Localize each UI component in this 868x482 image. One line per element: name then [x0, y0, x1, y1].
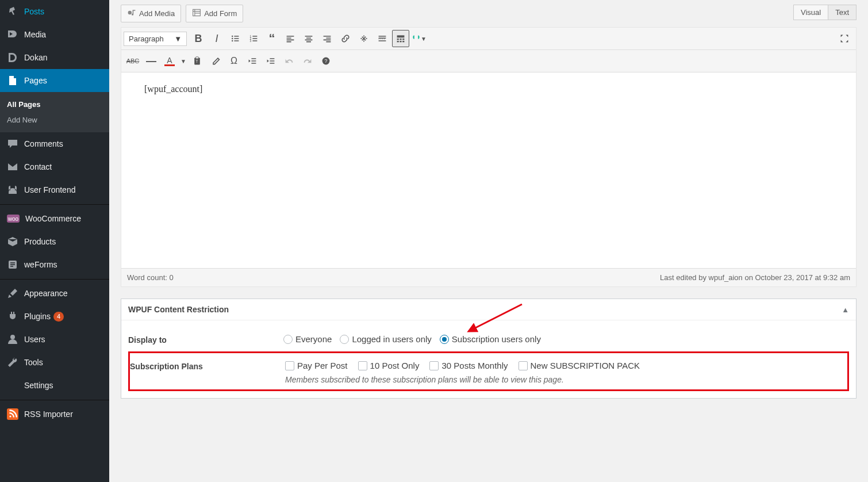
display-to-label: Display to — [128, 334, 283, 345]
radio-label: Everyone — [295, 334, 332, 344]
plugin-icon — [7, 311, 18, 322]
format-dropdown[interactable]: Paragraph ▼ — [124, 32, 187, 46]
last-edited: Last edited by wpuf_aion on October 23, … — [660, 273, 850, 282]
redo-button[interactable] — [299, 52, 316, 70]
wpuf-content-restriction-metabox: WPUF Content Restriction ▲ Display to Ev… — [121, 299, 857, 399]
sidebar-item-rss-importer[interactable]: RSS Importer — [0, 403, 109, 426]
link-button[interactable] — [337, 30, 354, 47]
sidebar-item-contact[interactable]: Contact — [0, 155, 109, 178]
submenu-all-pages[interactable]: All Pages — [0, 97, 109, 112]
editor-textarea[interactable]: [wpuf_account] — [121, 72, 856, 268]
product-icon — [7, 236, 18, 247]
unlink-button[interactable] — [355, 30, 372, 47]
svg-rect-19 — [196, 57, 199, 59]
read-more-button[interactable] — [374, 30, 391, 47]
numbered-list-button[interactable]: 123 — [245, 30, 262, 47]
editor-toolbar-row1: Paragraph ▼ B I 123 “ ▼ — [121, 28, 856, 50]
sidebar-item-woocommerce[interactable]: woo WooCommerce — [0, 207, 109, 230]
checkbox-30-posts-monthly[interactable]: 30 Posts Monthly — [429, 361, 508, 370]
tab-text[interactable]: Text — [828, 5, 857, 20]
chevron-down-icon: ▼ — [174, 35, 182, 43]
svg-rect-15 — [397, 41, 399, 42]
svg-rect-4 — [193, 9, 201, 16]
sidebar-item-users[interactable]: Users — [0, 328, 109, 351]
svg-point-7 — [232, 40, 233, 41]
form-icon — [192, 8, 201, 19]
radio-everyone[interactable]: Everyone — [283, 334, 332, 344]
toolbar-toggle-button[interactable] — [392, 30, 409, 47]
sidebar-item-user-frontend[interactable]: User Frontend — [0, 178, 109, 201]
checkbox-icon — [429, 361, 439, 370]
add-form-label: Add Form — [204, 9, 237, 18]
undo-button[interactable] — [281, 52, 298, 70]
svg-text:T: T — [196, 59, 198, 63]
paste-text-button[interactable]: T — [189, 52, 206, 70]
rss-icon — [7, 408, 18, 420]
sidebar-item-weforms[interactable]: weForms — [0, 253, 109, 276]
sidebar-item-plugins[interactable]: Plugins 4 — [0, 305, 109, 328]
blockquote-button[interactable]: “ — [263, 30, 281, 47]
checkbox-10-post-only[interactable]: 10 Post Only — [358, 361, 420, 370]
sidebar-item-appearance[interactable]: Appearance — [0, 282, 109, 305]
metabox-title: WPUF Content Restriction — [128, 305, 229, 314]
plugins-badge: 4 — [53, 312, 64, 322]
pin-icon — [7, 6, 18, 17]
add-form-button[interactable]: Add Form — [186, 5, 243, 22]
sidebar-item-media[interactable]: Media — [0, 23, 109, 46]
checkbox-label: 30 Posts Monthly — [441, 361, 508, 370]
italic-button[interactable]: I — [208, 30, 225, 47]
checkbox-new-subscription-pack[interactable]: New SUBSCRIPTION PACK — [519, 361, 640, 370]
text-color-button[interactable]: A — [161, 52, 178, 70]
fullscreen-button[interactable] — [836, 30, 853, 47]
bullet-list-button[interactable] — [226, 30, 244, 47]
page-icon — [7, 75, 18, 86]
tab-visual[interactable]: Visual — [793, 5, 828, 20]
user-frontend-icon — [7, 184, 18, 196]
sidebar-item-dokan[interactable]: Dokan — [0, 46, 109, 69]
radio-label: Subscription users only — [452, 334, 541, 344]
clear-formatting-button[interactable] — [207, 52, 224, 70]
help-button[interactable]: ? — [317, 52, 335, 70]
outdent-button[interactable] — [244, 52, 261, 70]
svg-point-2 — [9, 415, 11, 417]
metabox-header[interactable]: WPUF Content Restriction ▲ — [121, 299, 856, 320]
radio-logged-in[interactable]: Logged in users only — [340, 334, 431, 344]
svg-rect-16 — [400, 41, 401, 42]
align-center-button[interactable] — [300, 30, 317, 47]
sidebar-item-tools[interactable]: Tools — [0, 351, 109, 374]
sidebar-item-label: WooCommerce — [25, 214, 81, 223]
svg-text:?: ? — [325, 58, 328, 64]
comment-icon — [7, 138, 18, 150]
sidebar-item-products[interactable]: Products — [0, 230, 109, 253]
sidebar-item-label: Posts — [24, 7, 44, 16]
word-count: Word count: 0 — [127, 273, 174, 282]
checkbox-pay-per-post[interactable]: Pay Per Post — [285, 361, 348, 370]
metabox-toggle-icon[interactable]: ▲ — [842, 305, 849, 314]
align-left-button[interactable] — [282, 30, 299, 47]
checkbox-icon — [285, 361, 294, 370]
special-char-button[interactable]: Ω — [225, 52, 243, 70]
sidebar-item-posts[interactable]: Posts — [0, 0, 109, 23]
horizontal-rule-button[interactable]: — — [143, 52, 160, 70]
editor-footer: Word count: 0 Last edited by wpuf_aion o… — [121, 268, 856, 286]
bold-button[interactable]: B — [190, 30, 207, 47]
indent-button[interactable] — [262, 52, 279, 70]
text-color-arrow[interactable]: ▼ — [179, 52, 187, 70]
add-media-button[interactable]: Add Media — [121, 5, 181, 22]
sidebar-item-settings[interactable]: Settings — [0, 374, 109, 397]
sidebar-item-pages[interactable]: Pages — [0, 69, 109, 92]
radio-subscription[interactable]: Subscription users only — [440, 334, 541, 344]
strikethrough-button[interactable]: ABC — [124, 52, 141, 70]
woo-icon: woo — [7, 215, 20, 223]
sidebar-item-label: Pages — [24, 76, 47, 85]
camera-music-icon — [127, 8, 136, 19]
radio-icon — [283, 335, 293, 344]
radio-label: Logged in users only — [352, 334, 431, 344]
submenu-add-new[interactable]: Add New — [0, 112, 109, 128]
align-right-button[interactable] — [318, 30, 336, 47]
sidebar-item-comments[interactable]: Comments — [0, 132, 109, 155]
sidebar-item-label: Products — [24, 237, 56, 246]
brush-icon — [7, 288, 18, 299]
wpuf-shortcode-button[interactable]: ▼ — [410, 30, 428, 47]
media-icon — [7, 29, 18, 40]
